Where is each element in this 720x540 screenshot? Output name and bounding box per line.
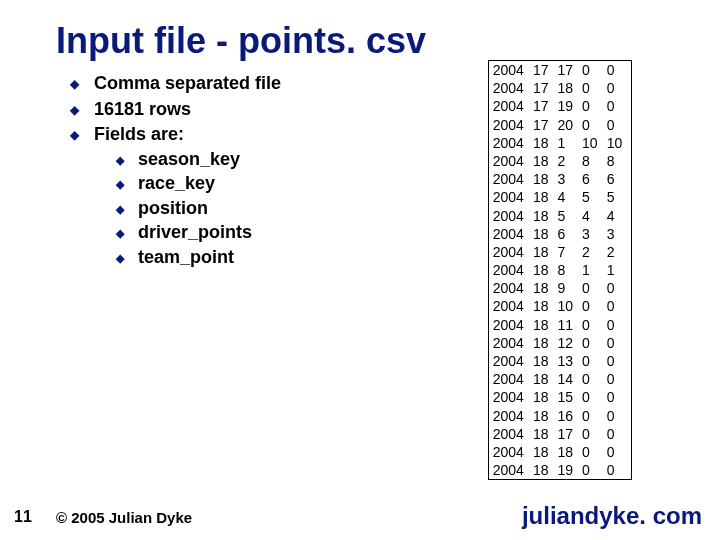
table-cell: 2004 — [491, 388, 531, 406]
table-cell: 0 — [580, 61, 605, 79]
table-row: 2004181300 — [491, 352, 629, 370]
table-cell: 2004 — [491, 370, 531, 388]
table-cell: 16 — [556, 407, 581, 425]
table-cell: 3 — [556, 170, 581, 188]
table-cell: 17 — [531, 116, 556, 134]
table-row: 200418633 — [491, 225, 629, 243]
table-cell: 6 — [556, 225, 581, 243]
table-cell: 0 — [605, 407, 630, 425]
table-row: 2004181200 — [491, 334, 629, 352]
sub-bullet-text: race_key — [138, 173, 215, 193]
table-cell: 18 — [531, 170, 556, 188]
table-row: 2004171900 — [491, 97, 629, 115]
table-cell: 0 — [605, 370, 630, 388]
table-cell: 17 — [531, 97, 556, 115]
table-row: 200418811 — [491, 261, 629, 279]
table-cell: 0 — [605, 297, 630, 315]
data-box: 2004171700200417180020041719002004172000… — [488, 60, 632, 480]
table-cell: 18 — [531, 352, 556, 370]
table-cell: 2004 — [491, 407, 531, 425]
table-cell: 8 — [605, 152, 630, 170]
table-row: 200418455 — [491, 188, 629, 206]
table-cell: 0 — [605, 316, 630, 334]
table-cell: 17 — [531, 61, 556, 79]
table-row: 200418288 — [491, 152, 629, 170]
table-row: 200418722 — [491, 243, 629, 261]
table-cell: 18 — [531, 279, 556, 297]
table-cell: 4 — [580, 207, 605, 225]
data-table: 2004171700200417180020041719002004172000… — [491, 61, 629, 480]
sub-bullet-text: team_point — [138, 247, 234, 267]
sub-bullet-list: season_key race_key position driver_poin… — [116, 148, 420, 269]
table-cell: 2 — [556, 152, 581, 170]
data-area: 2004171700200417180020041719002004172000… — [420, 70, 700, 480]
table-cell: 0 — [580, 116, 605, 134]
table-cell: 5 — [556, 207, 581, 225]
table-cell: 0 — [580, 370, 605, 388]
table-cell: 0 — [580, 297, 605, 315]
content-area: Comma separated file 16181 rows Fields a… — [70, 70, 700, 480]
table-cell: 18 — [531, 261, 556, 279]
table-cell: 10 — [605, 134, 630, 152]
sub-bullet-text: driver_points — [138, 222, 252, 242]
table-cell: 0 — [580, 316, 605, 334]
table-cell: 0 — [580, 97, 605, 115]
site-url: juliandyke. com — [522, 502, 702, 530]
table-cell: 2004 — [491, 461, 531, 479]
table-cell: 0 — [580, 407, 605, 425]
table-cell: 0 — [605, 479, 630, 480]
table-cell: 2004 — [491, 479, 531, 480]
table-row: 2004181100 — [491, 316, 629, 334]
table-row: 2004172000 — [491, 116, 629, 134]
table-cell: 20 — [556, 116, 581, 134]
bullet-area: Comma separated file 16181 rows Fields a… — [70, 70, 420, 480]
table-row: 2004181900 — [491, 461, 629, 479]
table-row: 20041811010 — [491, 134, 629, 152]
table-cell: 2004 — [491, 134, 531, 152]
table-row: 2004181500 — [491, 388, 629, 406]
table-cell: 4 — [556, 188, 581, 206]
table-cell: 2004 — [491, 261, 531, 279]
table-cell: 0 — [605, 425, 630, 443]
table-cell: 3 — [580, 225, 605, 243]
bullet-item: 16181 rows — [70, 98, 420, 121]
table-cell: 18 — [531, 479, 556, 480]
table-cell: 10 — [556, 297, 581, 315]
table-cell: 19 — [556, 97, 581, 115]
table-cell: 0 — [580, 79, 605, 97]
table-cell: 2004 — [491, 352, 531, 370]
table-cell: 20 — [556, 479, 581, 480]
table-row: 2004171700 — [491, 61, 629, 79]
table-cell: 0 — [605, 352, 630, 370]
table-cell: 6 — [605, 170, 630, 188]
table-cell: 19 — [556, 461, 581, 479]
table-cell: 18 — [531, 407, 556, 425]
sub-bullet-item: team_point — [116, 246, 420, 269]
table-cell: 1 — [605, 261, 630, 279]
table-cell: 0 — [605, 79, 630, 97]
table-cell: 18 — [531, 316, 556, 334]
table-cell: 3 — [605, 225, 630, 243]
table-cell: 18 — [531, 207, 556, 225]
table-row: 2004181600 — [491, 407, 629, 425]
bullet-text: 16181 rows — [94, 99, 191, 119]
table-cell: 18 — [531, 225, 556, 243]
table-cell: 2004 — [491, 243, 531, 261]
bullet-text: Comma separated file — [94, 73, 281, 93]
copyright: © 2005 Julian Dyke — [56, 509, 192, 526]
table-cell: 9 — [556, 279, 581, 297]
table-cell: 18 — [531, 152, 556, 170]
table-cell: 18 — [531, 461, 556, 479]
table-cell: 2004 — [491, 443, 531, 461]
table-cell: 2004 — [491, 116, 531, 134]
table-cell: 8 — [556, 261, 581, 279]
table-cell: 0 — [580, 352, 605, 370]
table-cell: 8 — [580, 152, 605, 170]
table-cell: 4 — [605, 207, 630, 225]
table-cell: 0 — [605, 461, 630, 479]
table-cell: 0 — [605, 116, 630, 134]
table-row: 200418544 — [491, 207, 629, 225]
table-cell: 18 — [531, 425, 556, 443]
sub-bullet-item: driver_points — [116, 221, 420, 244]
table-cell: 18 — [531, 188, 556, 206]
